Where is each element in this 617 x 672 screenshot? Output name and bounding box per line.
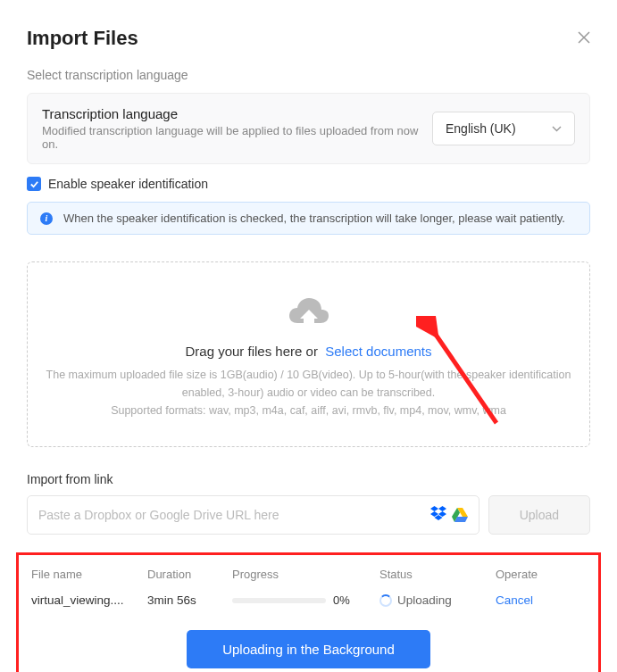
cloud-upload-icon [46,294,571,333]
speaker-id-label: Enable speaker identification [48,177,208,191]
header-status: Status [379,568,496,581]
dropzone-line2: Supported formats: wav, mp3, m4a, caf, a… [46,402,571,419]
select-documents-link[interactable]: Select documents [325,344,431,359]
language-title: Transcription language [42,106,432,121]
dropzone-line1: The maximum uploaded file size is 1GB(au… [46,366,571,402]
header-duration: Duration [147,568,232,581]
language-select[interactable]: English (UK) [432,112,575,145]
drag-text: Drag your files here or Select documents [46,344,571,359]
header-progress: Progress [232,568,379,581]
row-progress: 0% [232,593,379,607]
uploads-table-header: File name Duration Progress Status Opera… [28,568,589,590]
language-box: Transcription language Modified transcri… [27,93,590,164]
language-section-label: Select transcription language [27,68,590,82]
info-icon: i [40,212,53,225]
table-row: virtual_viewing.... 3min 56s 0% Uploadin… [28,590,589,610]
annotation-frame: File name Duration Progress Status Opera… [16,552,601,672]
dropbox-icon[interactable] [430,506,446,524]
google-drive-icon[interactable] [452,508,468,522]
chevron-down-icon [552,122,562,135]
progress-text: 0% [333,593,350,607]
dropzone[interactable]: Drag your files here or Select documents… [27,261,590,447]
upload-button[interactable]: Upload [488,495,590,535]
cancel-link[interactable]: Cancel [496,593,533,607]
import-link-label: Import from link [27,472,590,486]
speaker-id-row: Enable speaker identification [27,177,590,191]
language-subtitle: Modified transcription language will be … [42,124,432,151]
header-operate: Operate [496,568,586,581]
page-title: Import Files [27,27,138,50]
row-duration: 3min 56s [147,593,232,607]
header-filename: File name [31,568,147,581]
upload-background-button[interactable]: Uploading in the Background [187,630,430,668]
spinner-icon [379,594,392,607]
row-status: Uploading [379,593,496,607]
info-bar: i When the speaker identification is che… [27,202,590,235]
info-text: When the speaker identification is check… [63,212,565,225]
progress-bar [232,598,326,603]
link-input[interactable] [38,508,430,522]
language-selected-value: English (UK) [446,121,516,136]
row-filename: virtual_viewing.... [31,593,147,607]
row-operate: Cancel [496,593,586,607]
link-input-wrap [27,495,479,535]
speaker-id-checkbox[interactable] [27,177,41,191]
close-icon[interactable] [578,29,590,48]
